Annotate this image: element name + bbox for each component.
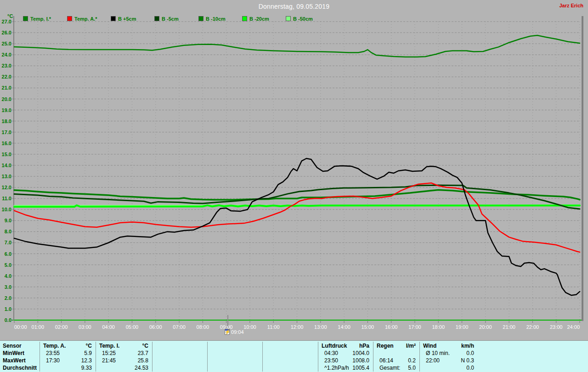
table-row <box>262 349 318 357</box>
table-header-row: Temp. A.°C <box>40 342 96 349</box>
x-tick-label: 24:00 <box>567 324 580 330</box>
x-tick-label: 20:00 <box>479 324 492 330</box>
table-cell: MinWert <box>3 350 24 356</box>
table-row-label: MaxWert <box>0 357 40 364</box>
y-tick-label: 0.0 <box>5 317 11 323</box>
weather-day-chart-window: Donnerstag, 09.05.2019 Jarz Erich °C Tem… <box>0 0 588 372</box>
table-row: Gesamt:5.0 <box>373 364 419 372</box>
y-tick-label: 27.0 <box>2 19 11 24</box>
table-cell: Sensor <box>3 343 22 349</box>
y-tick-label: 20.0 <box>2 96 11 102</box>
table-row <box>373 349 419 357</box>
table-row-label-column: SensorMinWertMaxWertDurchschnitt <box>0 341 40 372</box>
table-row: 04:301004.0 <box>318 349 373 357</box>
y-tick-label: 3.0 <box>5 284 11 290</box>
x-tick-label: 04:00 <box>102 324 115 330</box>
y-tick-label: 26.0 <box>2 30 11 35</box>
table-header-row: Windkm/h <box>419 342 588 349</box>
y-tick-label: 11.0 <box>2 196 11 201</box>
table-column-empty-2 <box>207 341 262 372</box>
x-tick-label: 16:00 <box>385 324 398 330</box>
x-tick-label: 06:00 <box>149 324 162 330</box>
x-tick-label: 11:00 <box>267 324 280 330</box>
x-tick-label: 03:00 <box>79 324 91 330</box>
y-tick-label: 22.0 <box>2 74 11 79</box>
table-header-row: Regenl/m² <box>373 342 419 349</box>
y-tick-label: 2.0 <box>5 295 11 301</box>
table-cell: 5.9 <box>40 350 92 356</box>
y-tick-label: 8.0 <box>5 229 11 234</box>
table-row: 24.53 <box>96 364 152 372</box>
x-tick-label: 17:00 <box>408 324 421 330</box>
x-tick-label: 23:00 <box>550 324 563 330</box>
y-tick-label: 13.0 <box>2 174 11 179</box>
x-tick-label: 02:00 <box>55 324 68 330</box>
y-tick-label: 19.0 <box>2 107 11 113</box>
table-cell: 24.53 <box>96 365 148 371</box>
x-tick-label: 00:00 <box>14 324 27 330</box>
table-cell: 1005.4 <box>318 365 369 371</box>
table-column-temp-i: Temp. I.°C15:2523.721:4525.824.53 <box>96 341 152 372</box>
current-time-marker: ⚡09:04 <box>225 327 244 334</box>
current-time-label: 09:04 <box>231 329 244 335</box>
table-cell: hPa <box>318 343 369 349</box>
y-tick-label: 15.0 <box>2 152 11 157</box>
table-row: Ø 10 min.0.0 <box>419 349 588 357</box>
x-tick-label: 18:00 <box>432 324 445 330</box>
table-cell: Durchschnitt <box>3 365 37 371</box>
x-tick-label: 01:00 <box>32 324 45 330</box>
table-cell: 1008.0 <box>318 357 369 364</box>
table-row-label: Durchschnitt <box>0 364 40 372</box>
table-cell: 5.0 <box>373 365 416 371</box>
y-tick-label: 17.0 <box>2 130 11 135</box>
table-row: 15:2523.7 <box>96 349 152 357</box>
x-tick-label: 15:00 <box>362 324 374 330</box>
table-row-label: MinWert <box>0 349 40 357</box>
chart-plot-area: 0.01.02.03.04.05.06.07.08.09.010.011.012… <box>0 0 588 338</box>
table-row <box>207 364 262 372</box>
table-row: 0.0 <box>419 364 588 372</box>
table-header-row <box>262 342 318 349</box>
table-row: 06:140.2 <box>373 357 419 364</box>
x-tick-label: 22:00 <box>526 324 539 330</box>
table-row <box>207 357 262 364</box>
x-tick-label: 21:00 <box>503 324 515 330</box>
table-row: ^1.2hPa/h1005.4 <box>318 364 373 372</box>
y-tick-label: 4.0 <box>5 273 11 279</box>
table-header-row <box>207 342 262 349</box>
table-cell: 12.3 <box>40 357 92 364</box>
y-tick-label: 10.0 <box>2 207 11 212</box>
table-cell: N 0.3 <box>419 357 474 364</box>
y-tick-label: 18.0 <box>2 118 11 124</box>
table-cell: °C <box>96 343 148 349</box>
y-tick-label: 7.0 <box>5 240 11 245</box>
y-tick-label: 5.0 <box>5 262 11 268</box>
x-tick-label: 07:00 <box>173 324 186 330</box>
table-row <box>152 349 207 357</box>
table-cell: 9.33 <box>40 365 92 371</box>
table-column-empty-3 <box>262 341 318 372</box>
current-time-tick <box>227 315 228 326</box>
x-tick-label: 14:00 <box>338 324 351 330</box>
table-header-row: LuftdruckhPa <box>318 342 373 349</box>
table-header-row <box>152 342 207 349</box>
daily-statistics-table: SensorMinWertMaxWertDurchschnittTemp. A.… <box>0 340 588 372</box>
y-tick-label: 25.0 <box>2 41 11 46</box>
y-tick-label: 23.0 <box>2 63 11 68</box>
table-row: 21:4525.8 <box>96 357 152 364</box>
table-cell: 0.0 <box>419 350 474 356</box>
y-tick-label: 1.0 <box>5 306 11 312</box>
table-row: 23:501008.0 <box>318 357 373 364</box>
y-tick-label: 24.0 <box>2 52 11 57</box>
x-tick-label: 13:00 <box>314 324 327 330</box>
table-cell: MaxWert <box>3 357 26 364</box>
y-tick-label: 9.0 <box>5 218 11 223</box>
table-column-wind: Windkm/hØ 10 min.0.022:00N 0.30.0 <box>419 341 588 372</box>
table-row <box>262 357 318 364</box>
table-cell: °C <box>40 343 92 349</box>
table-row-label: Sensor <box>0 342 40 349</box>
x-tick-label: 10:00 <box>243 324 256 330</box>
y-tick-label: 16.0 <box>2 141 11 146</box>
table-cell: 1004.0 <box>318 350 369 356</box>
table-row <box>152 357 207 364</box>
